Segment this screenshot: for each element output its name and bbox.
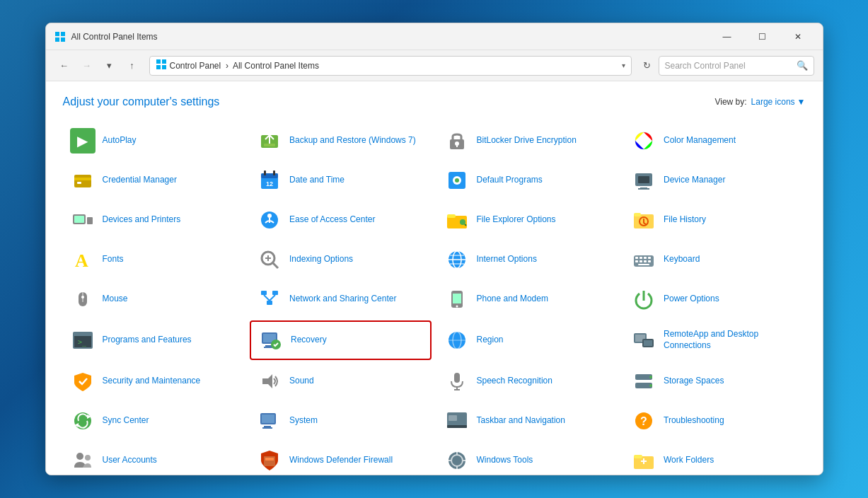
work-folders-label: Work Folders (664, 455, 714, 466)
panel-item-network[interactable]: Network and Sharing Center (250, 281, 432, 318)
panel-item-remoteapp[interactable]: RemoteApp and Desktop Connections (624, 320, 806, 360)
panel-item-work-folders[interactable]: Work Folders (624, 442, 806, 475)
svg-rect-102 (262, 415, 274, 423)
up-button[interactable]: ↑ (122, 56, 142, 76)
panel-item-speech[interactable]: Speech Recognition (437, 363, 619, 400)
window-icon (54, 31, 66, 42)
svg-rect-56 (644, 257, 647, 259)
panel-item-phone[interactable]: Phone and Modem (437, 281, 619, 318)
panel-item-color[interactable]: Color Management (624, 122, 806, 159)
panel-item-storage[interactable]: Storage Spaces (624, 363, 806, 400)
power-label: Power Options (664, 294, 719, 305)
windows-defender-icon (257, 448, 282, 473)
fonts-icon: A (70, 247, 96, 272)
panel-item-sync[interactable]: Sync Center (63, 403, 245, 439)
panel-item-bitlocker[interactable]: BitLocker Drive Encryption (437, 122, 619, 159)
panel-item-internet[interactable]: Internet Options (437, 241, 619, 278)
panel-item-windows-tools[interactable]: Windows Tools (437, 442, 619, 475)
maximize-button[interactable]: ☐ (746, 26, 779, 47)
indexing-label: Indexing Options (289, 254, 353, 265)
internet-icon (444, 247, 470, 272)
refresh-button[interactable]: ↻ (639, 57, 656, 74)
troubleshoot-label: Troubleshooting (664, 415, 724, 427)
panel-item-device-manager[interactable]: Device Manager (624, 162, 806, 199)
minimize-button[interactable]: — (711, 26, 743, 47)
svg-rect-113 (265, 458, 274, 461)
search-bar[interactable]: Search Control Panel 🔍 (659, 56, 814, 76)
svg-point-38 (460, 219, 465, 225)
svg-line-70 (270, 295, 275, 301)
panel-item-power[interactable]: Power Options (624, 281, 806, 318)
main-window: All Control Panel Items — ☐ ✕ ← → ▾ ↑ Co… (45, 23, 823, 475)
panel-item-devices[interactable]: Devices and Printers (63, 202, 245, 238)
credential-label: Credential Manager (103, 175, 177, 186)
panel-item-troubleshoot[interactable]: ?Troubleshooting (624, 403, 806, 439)
content-area: Adjust your computer's settings View by:… (46, 81, 823, 475)
panel-item-credential[interactable]: Credential Manager (63, 162, 245, 199)
panel-item-autoplay[interactable]: ▶AutoPlay (63, 122, 245, 159)
panel-item-taskbar[interactable]: Taskbar and Navigation (437, 403, 619, 439)
credential-icon (70, 168, 96, 193)
panel-item-keyboard[interactable]: Keyboard (624, 241, 806, 278)
devices-label: Devices and Printers (103, 214, 181, 226)
svg-point-34 (267, 214, 272, 218)
panel-item-users[interactable]: User Accounts (63, 442, 245, 475)
keyboard-label: Keyboard (664, 254, 700, 265)
bitlocker-icon (444, 128, 470, 154)
bitlocker-label: BitLocker Drive Encryption (477, 135, 577, 146)
recovery-label: Recovery (291, 335, 327, 346)
device-manager-icon (631, 168, 656, 193)
svg-rect-15 (74, 175, 91, 187)
panel-item-programs[interactable]: >_Programs and Features (63, 320, 245, 360)
svg-rect-2 (55, 37, 59, 42)
svg-rect-58 (635, 260, 638, 262)
sync-label: Sync Center (103, 415, 149, 427)
recent-button[interactable]: ▾ (100, 56, 120, 76)
panel-item-file-explorer[interactable]: File Explorer Options (437, 202, 619, 238)
panel-item-region[interactable]: Region (437, 320, 619, 360)
panel-item-mouse[interactable]: Mouse (63, 281, 245, 318)
devices-icon (70, 207, 96, 233)
network-icon (257, 286, 282, 312)
svg-rect-21 (273, 170, 275, 175)
file-history-icon (631, 207, 656, 233)
panel-item-indexing[interactable]: Indexing Options (250, 241, 432, 278)
panel-item-datetime[interactable]: 12Date and Time (250, 162, 432, 199)
panel-item-system[interactable]: System (250, 403, 432, 439)
address-bar[interactable]: Control Panel › All Control Panel Items … (149, 56, 632, 76)
svg-rect-13 (456, 144, 458, 147)
forward-button[interactable]: → (77, 56, 97, 76)
panel-item-default[interactable]: Default Programs (437, 162, 619, 199)
svg-rect-4 (156, 59, 161, 64)
panel-item-recovery[interactable]: Recovery (250, 320, 432, 360)
close-button[interactable]: ✕ (782, 26, 814, 47)
back-button[interactable]: ← (54, 56, 74, 76)
mouse-label: Mouse (103, 294, 128, 305)
svg-rect-16 (74, 178, 91, 180)
title-bar: All Control Panel Items — ☐ ✕ (46, 23, 823, 50)
svg-point-25 (455, 178, 459, 183)
panel-item-backup[interactable]: Backup and Restore (Windows 7) (250, 122, 432, 159)
view-by-value[interactable]: Large icons ▼ (751, 97, 806, 107)
svg-rect-5 (162, 59, 166, 64)
svg-rect-54 (635, 257, 638, 259)
datetime-icon: 12 (257, 168, 282, 193)
svg-rect-68 (267, 301, 272, 305)
users-label: User Accounts (103, 455, 157, 466)
svg-marker-90 (262, 374, 272, 388)
storage-label: Storage Spaces (664, 376, 724, 387)
panel-item-windows-defender[interactable]: Windows Defender Firewall (250, 442, 432, 475)
panel-item-security[interactable]: Security and Maintenance (63, 363, 245, 400)
svg-rect-91 (454, 373, 460, 383)
search-placeholder: Search Control Panel (665, 61, 746, 71)
svg-rect-7 (162, 65, 166, 69)
panel-item-sound[interactable]: Sound (250, 363, 432, 400)
svg-rect-20 (264, 170, 266, 175)
ease-icon (257, 207, 282, 233)
panel-item-ease[interactable]: Ease of Access Center (250, 202, 432, 238)
file-explorer-label: File Explorer Options (477, 214, 556, 226)
panel-item-fonts[interactable]: AFonts (63, 241, 245, 278)
autoplay-label: AutoPlay (103, 135, 137, 146)
panel-item-file-history[interactable]: File History (624, 202, 806, 238)
address-path: Control Panel › All Control Panel Items (170, 61, 319, 71)
